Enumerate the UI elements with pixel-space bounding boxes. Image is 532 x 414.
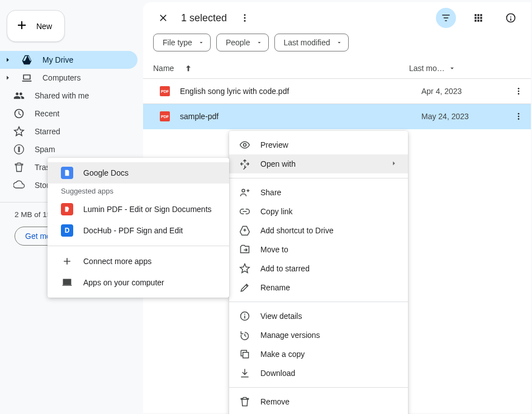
sort-arrow-up-icon[interactable] (184, 64, 193, 73)
sidebar-item-computers[interactable]: Computers (0, 69, 137, 87)
selection-toolbar: 1 selected (143, 2, 531, 34)
sidebar-item-label: My Drive (42, 55, 73, 64)
submenu-item-label: Connect more apps (83, 257, 151, 266)
menu-item-label: Copy link (260, 207, 398, 216)
context-menu: Preview Open with Share Copy link Add sh… (229, 131, 408, 414)
menu-item-open-with[interactable]: Open with (229, 154, 408, 173)
sidebar-item-label: Recent (35, 109, 59, 118)
menu-item-add-starred[interactable]: Add to starred (229, 259, 408, 278)
chip-label: People (226, 38, 250, 47)
menu-item-label: Open with (260, 159, 380, 168)
filter-button[interactable] (436, 8, 456, 28)
laptop-icon (61, 276, 73, 289)
dochub-icon: D (61, 224, 73, 237)
new-button[interactable]: New (7, 10, 65, 42)
table-row[interactable]: PDF English song lyric with code.pdf Apr… (143, 79, 531, 104)
open-with-icon (239, 158, 250, 170)
svg-point-6 (518, 113, 520, 115)
chip-last-modified[interactable]: Last modified (274, 34, 349, 51)
menu-item-view-details[interactable]: View details (229, 307, 408, 326)
plus-icon (15, 18, 28, 34)
caret-down-icon (256, 39, 263, 46)
menu-item-preview[interactable]: Preview (229, 135, 408, 154)
column-name-header[interactable]: Name (153, 64, 174, 73)
menu-item-add-shortcut[interactable]: Add shortcut to Drive (229, 221, 408, 240)
submenu-item-lumin[interactable]: Lumin PDF - Edit or Sign Documents (48, 199, 229, 220)
more-vert-icon (514, 112, 523, 121)
submenu-item-connect-more[interactable]: Connect more apps (48, 251, 229, 272)
row-more-button[interactable] (511, 83, 526, 99)
file-date: Apr 4, 2023 (421, 87, 511, 96)
chip-people[interactable]: People (216, 34, 269, 51)
link-icon (239, 206, 250, 217)
more-actions-button[interactable] (235, 8, 255, 28)
menu-item-label: Add shortcut to Drive (260, 226, 398, 235)
filter-icon (440, 12, 452, 23)
close-icon (158, 12, 169, 23)
submenu-item-label: Apps on your computer (83, 278, 164, 287)
drive-icon (21, 54, 32, 65)
file-date: May 24, 2023 (421, 112, 511, 121)
menu-item-move-to[interactable]: Move to (229, 240, 408, 259)
trash-icon (239, 396, 250, 407)
more-vert-icon (514, 87, 523, 96)
column-modified-header[interactable]: Last mo… (409, 64, 521, 73)
submenu-item-on-computer[interactable]: Apps on your computer (48, 272, 229, 293)
close-selection-button[interactable] (153, 8, 173, 28)
sidebar-item-shared[interactable]: Shared with me (0, 87, 137, 105)
menu-item-copy-link[interactable]: Copy link (229, 202, 408, 221)
svg-point-1 (244, 17, 246, 19)
sidebar-item-starred[interactable]: Starred (0, 123, 137, 140)
caret-down-icon (448, 64, 456, 72)
row-more-button[interactable] (511, 109, 526, 124)
menu-item-make-copy[interactable]: Make a copy (229, 345, 408, 364)
menu-item-label: Manage versions (260, 331, 398, 340)
info-icon (505, 12, 516, 23)
grid-icon (473, 12, 484, 23)
menu-item-label: View details (260, 312, 398, 321)
plus-icon (61, 255, 73, 267)
menu-item-manage-versions[interactable]: Manage versions (229, 326, 408, 345)
google-docs-icon (61, 167, 73, 179)
submenu-item-dochub[interactable]: D DocHub - PDF Sign and Edit (48, 220, 229, 241)
recent-icon (13, 108, 25, 119)
submenu-item-label: Lumin PDF - Edit or Sign Documents (83, 205, 212, 214)
svg-point-4 (518, 91, 520, 92)
star-icon (239, 263, 250, 274)
sidebar-item-recent[interactable]: Recent (0, 105, 137, 123)
submenu-item-label: DocHub - PDF Sign and Edit (83, 226, 183, 235)
file-name: sample-pdf (180, 112, 421, 121)
menu-item-label: Preview (260, 140, 398, 149)
grid-view-button[interactable] (468, 8, 488, 28)
menu-item-download[interactable]: Download (229, 364, 408, 383)
open-with-submenu: Google Docs Suggested apps Lumin PDF - E… (48, 158, 229, 298)
svg-point-5 (518, 93, 520, 95)
table-header: Name Last mo… (143, 58, 531, 79)
sidebar-item-label: Computers (42, 73, 80, 82)
svg-point-9 (244, 144, 246, 147)
copy-icon (239, 349, 250, 360)
menu-item-rename[interactable]: Rename (229, 278, 408, 297)
sidebar-item-spam[interactable]: Spam (0, 140, 137, 158)
chip-file-type[interactable]: File type (153, 34, 211, 51)
sidebar-item-my-drive[interactable]: My Drive (0, 51, 137, 69)
chip-label: Last modified (284, 38, 330, 47)
toolbar-right (436, 8, 521, 28)
menu-item-label: Download (260, 369, 398, 378)
submenu-item-google-docs[interactable]: Google Docs (48, 162, 229, 184)
pdf-icon: PDF (160, 86, 170, 96)
sidebar-item-label: Starred (35, 127, 60, 136)
menu-item-label: Remove (260, 397, 398, 406)
lumin-icon (61, 203, 73, 215)
chevron-right-icon (390, 159, 398, 169)
file-name: English song lyric with code.pdf (180, 87, 421, 96)
info-button[interactable] (501, 8, 521, 28)
menu-item-label: Make a copy (260, 350, 398, 359)
menu-item-label: Move to (260, 245, 398, 254)
expand-arrow-icon (4, 72, 11, 83)
menu-item-share[interactable]: Share (229, 183, 408, 202)
star-icon (13, 126, 25, 137)
menu-item-remove[interactable]: Remove (229, 392, 408, 411)
trash-icon (13, 162, 25, 173)
table-row[interactable]: PDF sample-pdf May 24, 2023 (143, 104, 531, 129)
